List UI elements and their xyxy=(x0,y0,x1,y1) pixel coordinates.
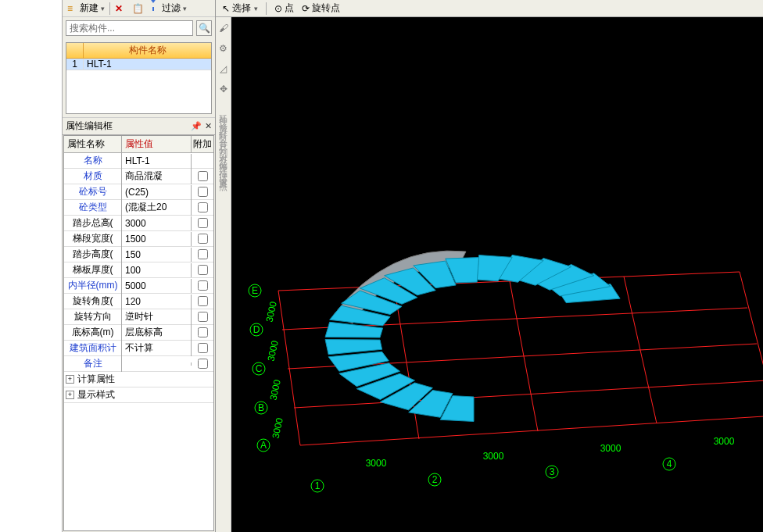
property-value[interactable]: 3000 xyxy=(122,216,192,230)
side-tool[interactable]: 对齐 xyxy=(217,147,229,150)
filter-button[interactable]: 过滤 xyxy=(148,2,188,15)
property-row[interactable]: 砼类型(混凝土20 xyxy=(64,200,213,216)
property-value[interactable]: 不计算 xyxy=(122,340,192,356)
add-checkbox[interactable] xyxy=(198,280,208,291)
add-checkbox[interactable] xyxy=(198,343,208,353)
property-group[interactable]: +显示样式 xyxy=(64,387,213,403)
side-tool[interactable]: 打断 xyxy=(217,123,229,127)
property-row[interactable]: 梯板厚度(100 xyxy=(64,262,213,278)
move-icon[interactable]: ✥ xyxy=(217,83,230,95)
component-row[interactable]: 1 HLT-1 xyxy=(66,59,211,70)
property-row[interactable]: 备注 xyxy=(64,356,213,372)
side-tool[interactable]: 设置原点 xyxy=(217,170,229,177)
property-value[interactable]: (C25) xyxy=(122,185,192,199)
new-label: 新建 xyxy=(80,2,99,15)
property-value[interactable]: 逆时针 xyxy=(122,309,192,325)
property-value[interactable]: 100 xyxy=(122,263,192,277)
property-add[interactable] xyxy=(192,279,213,292)
copy-button[interactable]: 📋 xyxy=(131,3,145,14)
property-add[interactable] xyxy=(192,185,213,198)
property-value[interactable]: (混凝土20 xyxy=(122,199,192,216)
property-group[interactable]: +计算属性 xyxy=(64,372,213,387)
header-add: 附加 xyxy=(192,136,213,152)
property-add[interactable] xyxy=(192,232,213,245)
property-add[interactable] xyxy=(192,248,213,261)
side-tool[interactable]: 偏移 xyxy=(217,155,229,158)
point-tool[interactable]: ⊙ 点 xyxy=(273,2,296,15)
add-checkbox[interactable] xyxy=(198,249,208,259)
property-add[interactable] xyxy=(192,341,213,355)
new-button[interactable]: ≡ 新建 xyxy=(66,2,106,15)
expand-icon[interactable]: + xyxy=(66,375,74,384)
property-row[interactable]: 梯段宽度(1500 xyxy=(64,231,213,247)
add-checkbox[interactable] xyxy=(198,265,208,275)
property-value[interactable]: 120 xyxy=(122,295,192,309)
viewport-body: 🖌 ⚙ ◿ ✥ 延伸修剪打断合并分割对齐偏移拉伸设置原点 xyxy=(216,17,763,532)
add-checkbox[interactable] xyxy=(198,202,208,212)
rotate-tool[interactable]: ⟳ 旋转点 xyxy=(300,2,342,15)
point-label: 点 xyxy=(285,2,294,15)
svg-line-4 xyxy=(300,416,763,445)
header-name: 属性名称 xyxy=(64,136,122,152)
add-checkbox[interactable] xyxy=(198,218,208,228)
property-row[interactable]: 旋转角度(120 xyxy=(64,294,213,309)
property-add[interactable] xyxy=(192,357,213,370)
pin-icon[interactable]: 📌 xyxy=(191,121,202,131)
property-value[interactable] xyxy=(122,362,192,366)
gear-icon[interactable]: ⚙ xyxy=(217,42,230,55)
property-value[interactable]: 5000 xyxy=(122,279,192,293)
property-value[interactable]: 商品混凝 xyxy=(122,168,192,184)
side-tool[interactable]: 合并 xyxy=(217,131,229,134)
delete-button[interactable]: ✕ xyxy=(113,3,127,14)
property-value[interactable]: 层底标高 xyxy=(122,324,192,341)
add-checkbox[interactable] xyxy=(198,187,208,197)
property-row[interactable]: 踏步高度(150 xyxy=(64,247,213,262)
property-value[interactable]: HLT-1 xyxy=(122,154,192,168)
property-row[interactable]: 旋转方向逆时针 xyxy=(64,309,213,325)
svg-text:3000: 3000 xyxy=(366,458,387,469)
property-panel-header: 属性编辑框 📌 ✕ xyxy=(63,117,215,135)
viewport-canvas[interactable]: EDCBA 12345 3000300030003000 30003000300… xyxy=(231,17,763,532)
property-name: 材质 xyxy=(64,168,122,184)
property-add[interactable] xyxy=(192,170,213,183)
property-add[interactable] xyxy=(192,201,213,214)
property-row[interactable]: 建筑面积计不计算 xyxy=(64,341,213,356)
property-add[interactable] xyxy=(192,263,213,277)
add-checkbox[interactable] xyxy=(198,171,208,181)
add-checkbox[interactable] xyxy=(198,296,208,306)
search-button[interactable]: 🔍 xyxy=(196,20,212,36)
property-row[interactable]: 材质商品混凝 xyxy=(64,169,213,184)
property-add[interactable] xyxy=(192,326,213,339)
property-name: 底标高(m) xyxy=(64,324,122,341)
add-checkbox[interactable] xyxy=(198,359,208,369)
side-tool[interactable]: 分割 xyxy=(217,139,229,142)
expand-icon[interactable]: + xyxy=(66,391,74,399)
select-tool[interactable]: ↖ 选择 xyxy=(220,2,260,15)
property-name: 踏步高度( xyxy=(64,246,122,262)
close-icon[interactable]: ✕ xyxy=(205,121,212,131)
property-value[interactable]: 1500 xyxy=(122,232,192,246)
property-name: 备注 xyxy=(64,355,122,372)
side-tool[interactable]: 拉伸 xyxy=(217,162,229,166)
property-row[interactable]: 踏步总高(3000 xyxy=(64,216,213,231)
add-checkbox[interactable] xyxy=(198,234,208,244)
delete-icon: ✕ xyxy=(115,3,126,14)
property-row[interactable]: 内半径(mm)5000 xyxy=(64,278,213,294)
mirror-icon[interactable]: ◿ xyxy=(217,62,230,75)
property-row[interactable]: 底标高(m)层底标高 xyxy=(64,325,213,341)
property-add[interactable] xyxy=(192,295,213,308)
brush-icon[interactable]: 🖌 xyxy=(217,22,230,34)
search-input[interactable] xyxy=(66,20,193,36)
side-tool[interactable]: 延伸 xyxy=(217,108,229,111)
property-row[interactable]: 砼标号(C25) xyxy=(64,184,213,200)
property-value[interactable]: 150 xyxy=(122,248,192,262)
add-checkbox[interactable] xyxy=(198,327,208,337)
property-row[interactable]: 名称HLT-1 xyxy=(64,153,213,169)
property-add[interactable] xyxy=(192,216,213,230)
property-add[interactable] xyxy=(192,310,213,323)
side-tool[interactable]: 修剪 xyxy=(217,116,229,119)
svg-text:3000: 3000 xyxy=(483,451,504,462)
svg-text:3: 3 xyxy=(550,466,555,477)
add-checkbox[interactable] xyxy=(198,312,208,322)
property-add[interactable] xyxy=(192,159,213,162)
